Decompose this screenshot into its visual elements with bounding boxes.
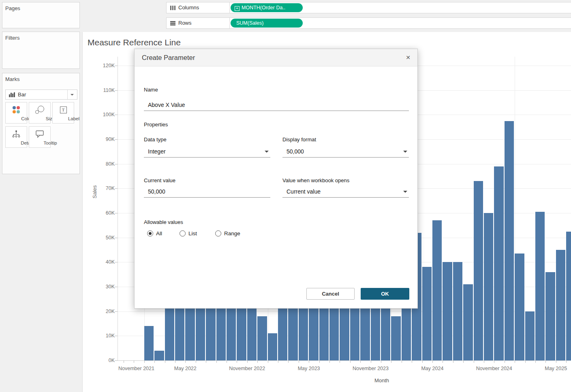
bar-jun-2024[interactable] bbox=[443, 262, 452, 360]
cancel-button[interactable]: Cancel bbox=[306, 288, 355, 300]
x-axis-tick bbox=[463, 360, 464, 363]
bar-apr-2025[interactable] bbox=[545, 272, 555, 360]
data-type-label: Data type bbox=[144, 136, 167, 143]
y-axis-tick-label: 80K bbox=[96, 161, 115, 167]
x-axis-tick-label: May 2024 bbox=[421, 366, 443, 371]
x-axis-tick bbox=[329, 360, 330, 363]
x-axis-tick-label: November 2024 bbox=[476, 366, 512, 371]
name-input[interactable]: Above X Value bbox=[144, 100, 409, 111]
x-axis-tick bbox=[515, 360, 515, 363]
y-axis-tick-label: 20K bbox=[96, 309, 115, 314]
x-axis-tick bbox=[391, 360, 391, 363]
radio-range[interactable]: Range bbox=[215, 230, 244, 237]
close-icon[interactable]: ✕ bbox=[404, 53, 413, 62]
x-axis-tick bbox=[402, 360, 402, 363]
y-axis-tick-label: 40K bbox=[96, 259, 115, 265]
y-axis-tick bbox=[115, 336, 118, 336]
x-axis-tick bbox=[432, 360, 433, 363]
display-format-dropdown[interactable]: 50,000 bbox=[282, 146, 409, 158]
x-axis-tick bbox=[154, 360, 155, 363]
bar-feb-2022[interactable] bbox=[154, 351, 164, 360]
bar-mar-2025[interactable] bbox=[535, 212, 545, 360]
current-value-label: Current value bbox=[144, 177, 175, 183]
x-axis-tick-label: May 2025 bbox=[545, 366, 567, 371]
bar-feb-2025[interactable] bbox=[525, 311, 535, 360]
x-axis-tick bbox=[319, 360, 320, 363]
x-axis-tick bbox=[474, 360, 474, 363]
display-format-label: Display format bbox=[282, 136, 316, 143]
bar-aug-2024[interactable] bbox=[463, 284, 473, 360]
x-axis-tick bbox=[227, 360, 227, 363]
y-axis-tick bbox=[115, 262, 118, 262]
radio-button-icon[interactable] bbox=[215, 230, 221, 236]
x-axis-tick bbox=[185, 360, 186, 363]
bar-nov-2024[interactable] bbox=[494, 166, 504, 360]
bar-jul-2024[interactable] bbox=[453, 262, 463, 360]
y-axis-tick bbox=[115, 238, 118, 238]
x-axis-tick bbox=[165, 360, 165, 363]
y-axis-tick-label: 70K bbox=[96, 185, 115, 191]
dialog-header[interactable]: Create Parameter ✕ bbox=[135, 49, 417, 66]
y-axis-tick bbox=[115, 115, 118, 115]
create-parameter-dialog: Create Parameter ✕ Name Above X Value Pr… bbox=[134, 49, 418, 309]
x-axis-tick bbox=[124, 360, 124, 363]
bar-dec-2022[interactable] bbox=[257, 316, 267, 360]
y-axis-tick-label: 110K bbox=[96, 87, 115, 93]
value-when-workbook-opens-value: Current value bbox=[287, 188, 321, 195]
bar-jan-2023[interactable] bbox=[268, 333, 278, 360]
x-axis-tick bbox=[453, 360, 453, 363]
current-value-value: 50,000 bbox=[148, 188, 165, 195]
data-type-value: Integer bbox=[148, 148, 166, 155]
bar-jan-2024[interactable] bbox=[391, 316, 401, 360]
y-axis-tick-label: 30K bbox=[96, 284, 115, 290]
x-axis-tick bbox=[206, 360, 206, 363]
x-axis-tick bbox=[340, 360, 340, 363]
radio-button-icon[interactable] bbox=[147, 230, 153, 236]
name-label: Name bbox=[144, 87, 158, 93]
bar-oct-2024[interactable] bbox=[484, 213, 494, 360]
y-axis-title: Sales bbox=[92, 185, 98, 198]
x-axis-tick bbox=[175, 360, 175, 363]
y-axis-tick-label: 120K bbox=[96, 63, 115, 68]
properties-heading: Properties bbox=[144, 121, 168, 128]
radio-button-icon[interactable] bbox=[180, 230, 186, 236]
y-axis-tick bbox=[115, 90, 118, 91]
bar-feb-2023[interactable] bbox=[278, 301, 288, 360]
data-type-dropdown[interactable]: Integer bbox=[144, 146, 270, 158]
x-axis-tick-label: May 2023 bbox=[298, 366, 320, 371]
x-axis-tick bbox=[412, 360, 412, 363]
y-axis-tick-label: 90K bbox=[96, 136, 115, 142]
y-axis-tick bbox=[115, 360, 118, 361]
bar-apr-2024[interactable] bbox=[422, 267, 432, 360]
bar-jan-2025[interactable] bbox=[515, 254, 524, 360]
x-axis-title: Month bbox=[370, 377, 394, 383]
x-axis-tick bbox=[134, 360, 134, 363]
display-format-value: 50,000 bbox=[287, 148, 304, 155]
x-axis-tick bbox=[443, 360, 443, 363]
value-when-workbook-opens-dropdown[interactable]: Current value bbox=[282, 186, 409, 198]
x-axis-tick bbox=[196, 360, 196, 363]
radio-list[interactable]: List bbox=[180, 230, 204, 237]
x-axis-tick bbox=[484, 360, 484, 363]
dialog-title: Create Parameter bbox=[142, 49, 195, 66]
bar-jul-2022[interactable] bbox=[206, 301, 216, 360]
bar-may-2024[interactable] bbox=[432, 220, 442, 360]
y-axis-tick bbox=[115, 139, 118, 140]
bar-jun-2025[interactable] bbox=[566, 232, 571, 361]
ok-button[interactable]: OK bbox=[361, 288, 409, 300]
y-axis-tick bbox=[115, 164, 118, 164]
radio-all[interactable]: All bbox=[147, 230, 171, 237]
bar-may-2025[interactable] bbox=[556, 250, 566, 360]
bar-jan-2022[interactable] bbox=[144, 326, 154, 360]
tableau-window: Pages Filters Marks Bar C bbox=[0, 0, 571, 392]
x-axis-tick bbox=[278, 360, 278, 363]
bar-dec-2024[interactable] bbox=[505, 121, 514, 361]
current-value-input[interactable]: 50,000 bbox=[144, 186, 270, 198]
x-axis-tick-label: November 2023 bbox=[353, 366, 389, 371]
bar-sep-2024[interactable] bbox=[474, 181, 483, 360]
y-axis-tick bbox=[115, 311, 118, 312]
x-axis-tick bbox=[350, 360, 351, 363]
x-axis-tick bbox=[535, 360, 536, 363]
x-axis-tick bbox=[216, 360, 217, 363]
y-axis-tick bbox=[115, 287, 118, 287]
